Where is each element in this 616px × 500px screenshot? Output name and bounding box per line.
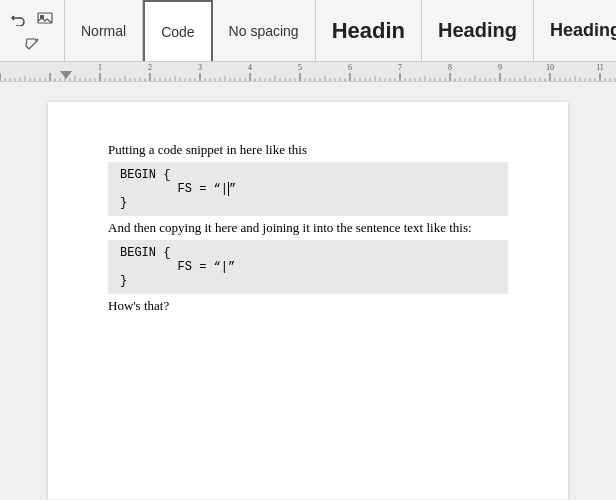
style-heading2-button[interactable]: Heading (422, 0, 534, 61)
svg-text:4: 4 (248, 63, 252, 72)
toolbar-icon-row-2 (21, 33, 43, 55)
svg-text:11: 11 (596, 63, 604, 72)
style-normal-button[interactable]: Normal (65, 0, 143, 61)
paragraph-1: Putting a code snippet in here like this (108, 142, 508, 158)
svg-text:5: 5 (298, 63, 302, 72)
svg-text:10: 10 (546, 63, 554, 72)
document-area: Putting a code snippet in here like this… (0, 82, 616, 499)
ruler-svg: 1234567891011 (0, 62, 616, 81)
code-line-2-2: FS = “|” (120, 260, 496, 274)
toolbar-icon-group (0, 0, 65, 61)
code-line-2-1: BEGIN { (120, 246, 496, 260)
code-line-1-2: FS = “|” (120, 182, 496, 196)
svg-text:2: 2 (148, 63, 152, 72)
code-line-1-1: BEGIN { (120, 168, 496, 182)
code-block-1[interactable]: BEGIN { FS = “|” } (108, 162, 508, 216)
svg-text:1: 1 (98, 63, 102, 72)
style-buttons: Normal Code No spacing Headin Heading He… (65, 0, 616, 61)
style-code-button[interactable]: Code (143, 0, 212, 61)
svg-text:6: 6 (348, 63, 352, 72)
ruler: 1234567891011 (0, 62, 616, 82)
svg-text:3: 3 (198, 63, 202, 72)
undo-icon[interactable] (8, 7, 30, 29)
svg-rect-2 (0, 62, 616, 81)
paint-icon[interactable] (21, 33, 43, 55)
paragraph-3: How's that? (108, 298, 508, 314)
code-line-1-3: } (120, 196, 496, 210)
style-heading3-button[interactable]: Heading (534, 0, 616, 61)
style-no-spacing-button[interactable]: No spacing (213, 0, 316, 61)
code-block-2[interactable]: BEGIN { FS = “|” } (108, 240, 508, 294)
svg-text:7: 7 (398, 63, 402, 72)
svg-text:9: 9 (498, 63, 502, 72)
style-heading1-button[interactable]: Headin (316, 0, 422, 61)
page[interactable]: Putting a code snippet in here like this… (48, 102, 568, 499)
svg-text:8: 8 (448, 63, 452, 72)
code-line-2-3: } (120, 274, 496, 288)
image-icon[interactable] (34, 7, 56, 29)
paragraph-2: And then copying it here and joining it … (108, 220, 508, 236)
toolbar-icon-row-1 (8, 7, 56, 29)
toolbar: Normal Code No spacing Headin Heading He… (0, 0, 616, 62)
